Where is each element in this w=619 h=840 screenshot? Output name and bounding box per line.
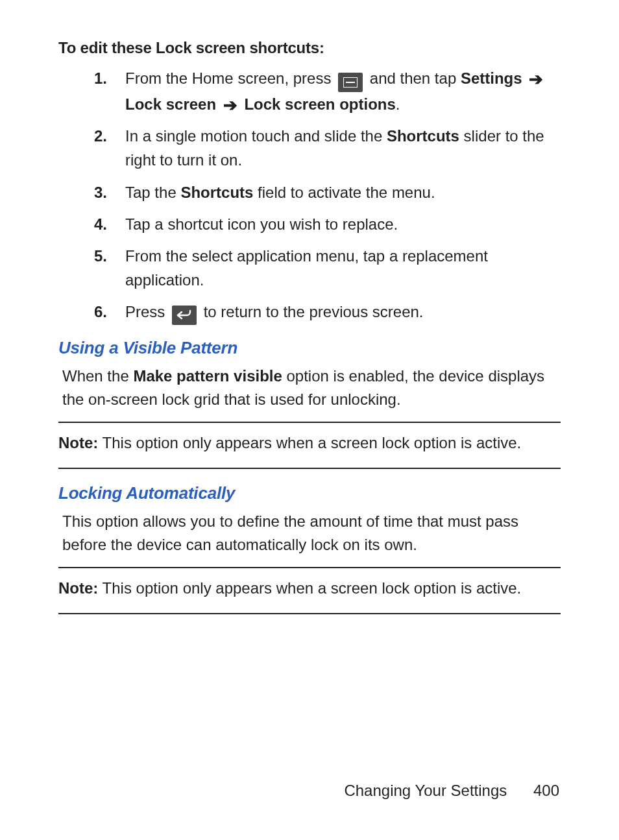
- step-2-text-a: In a single motion touch and slide the: [125, 127, 387, 145]
- visible-pattern-heading: Using a Visible Pattern: [58, 338, 561, 358]
- back-icon: [172, 306, 197, 325]
- visible-pattern-body: When the Make pattern visible option is …: [58, 365, 561, 411]
- visible-pattern-note: Note: This option only appears when a sc…: [58, 422, 561, 469]
- step-1: From the Home screen, press and then tap…: [94, 66, 561, 116]
- step-4-text: Tap a shortcut icon you wish to replace.: [125, 215, 398, 233]
- step-list: From the Home screen, press and then tap…: [58, 66, 561, 325]
- arrow-icon: ➔: [529, 71, 543, 88]
- step-3-text-a: Tap the: [125, 184, 180, 201]
- step-3-text-b: field to activate the menu.: [253, 184, 435, 201]
- step-6-text-a: Press: [125, 303, 169, 320]
- la-note-label: Note:: [58, 579, 98, 597]
- step-3-shortcuts: Shortcuts: [180, 184, 253, 201]
- step-1-period: .: [396, 95, 400, 113]
- vp-note-label: Note:: [58, 434, 98, 451]
- step-1-settings: Settings: [461, 69, 522, 87]
- footer-page-number: 400: [533, 782, 559, 799]
- document-page: To edit these Lock screen shortcuts: Fro…: [0, 0, 619, 840]
- step-2-shortcuts: Shortcuts: [387, 127, 459, 145]
- step-4: Tap a shortcut icon you wish to replace.: [94, 212, 561, 236]
- intro-heading: To edit these Lock screen shortcuts:: [58, 39, 561, 57]
- arrow-icon: ➔: [223, 97, 237, 114]
- step-1-lockscreen-options: Lock screen options: [244, 95, 395, 113]
- step-5-text: From the select application menu, tap a …: [125, 247, 488, 289]
- step-6-text-b: to return to the previous screen.: [204, 303, 424, 320]
- la-note-text: This option only appears when a screen l…: [98, 579, 521, 597]
- locking-auto-body: This option allows you to define the amo…: [58, 510, 561, 557]
- vp-note-text: This option only appears when a screen l…: [98, 434, 521, 451]
- step-3: Tap the Shortcuts field to activate the …: [94, 180, 561, 204]
- step-6: Press to return to the previous screen.: [94, 300, 561, 325]
- step-1-text-a: From the Home screen, press: [125, 69, 335, 87]
- locking-auto-heading: Locking Automatically: [58, 483, 561, 503]
- menu-icon: [338, 73, 363, 92]
- step-1-lockscreen: Lock screen: [125, 95, 216, 113]
- footer-chapter: Changing Your Settings: [344, 782, 507, 799]
- step-5: From the select application menu, tap a …: [94, 244, 561, 292]
- step-2: In a single motion touch and slide the S…: [94, 124, 561, 172]
- vp-body-bold: Make pattern visible: [133, 367, 282, 385]
- locking-auto-note: Note: This option only appears when a sc…: [58, 567, 561, 614]
- vp-body-a: When the: [62, 367, 133, 385]
- page-footer: Changing Your Settings 400: [344, 782, 559, 800]
- step-1-text-b: and then tap: [370, 69, 461, 87]
